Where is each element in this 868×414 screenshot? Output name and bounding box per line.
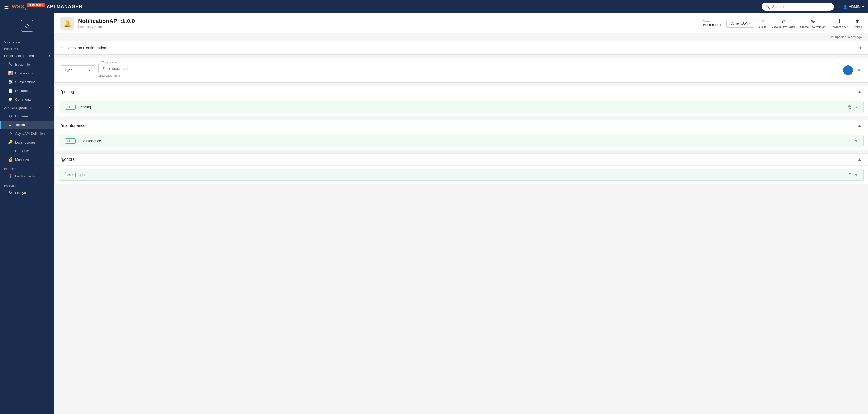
portal-config-header[interactable]: Portal Configurations ▾ [0, 52, 54, 60]
view-dev-icon: ⇗ [781, 18, 785, 24]
api-name: NotificationAPI :1.0.0 [78, 18, 697, 25]
maintenance-row-actions: 🗑 ▾ [848, 139, 857, 143]
api-config-chevron: ▾ [49, 106, 50, 109]
wrench-icon: 🔧 [8, 62, 13, 67]
sidebar-item-documents[interactable]: 📄 Documents [0, 86, 54, 95]
user-label: ADMIN [849, 5, 861, 9]
create-version-button[interactable]: ⊕ Create New Version [800, 18, 826, 28]
publish-label: Publish [0, 180, 54, 188]
sidebar-item-scopes[interactable]: 🔑 Local Scopes [0, 138, 54, 147]
sidebar-logo: ◇ [0, 13, 54, 36]
general-expand-icon[interactable]: ▾ [855, 172, 857, 177]
topic-name-field: Topic Name Enter topic name [98, 63, 839, 77]
sidebar-item-asyncapi[interactable]: ◇ AsyncAPI Definition [0, 129, 54, 138]
general-topic-path: /general [79, 173, 844, 177]
delete-icon: 🗑 [855, 18, 860, 24]
hamburger-menu[interactable]: ☰ [4, 4, 9, 10]
goto-button[interactable]: ↗ Go To [759, 18, 767, 28]
top-nav-icons: ℹ 👤 ADMIN ▾ [838, 4, 864, 9]
general-sub-badge: SUB [65, 172, 76, 177]
subscription-config-chevron: ▾ [860, 45, 862, 50]
delete-button[interactable]: 🗑 Delete [854, 18, 862, 28]
info-icon[interactable]: ℹ [838, 4, 840, 9]
key-icon: 🔑 [8, 140, 13, 144]
download-icon: ⬇ [837, 18, 842, 24]
properties-label: Properties [15, 149, 30, 153]
sidebar-item-basic-info[interactable]: 🔧 Basic Info [0, 60, 54, 69]
overview-label: Overview [0, 36, 54, 44]
deployment-icon: 📍 [8, 174, 13, 178]
view-dev-portal-button[interactable]: ⇗ View in Dev Portal [772, 18, 795, 28]
sidebar-item-deployments[interactable]: 📍 Deployments [0, 172, 54, 180]
topic-hint: Enter topic name [98, 74, 839, 77]
subscription-config-header[interactable]: Subscription Configuration ▾ [55, 41, 868, 55]
delete-label: Delete [854, 25, 862, 28]
download-api-button[interactable]: ⬇ Download API [831, 18, 848, 28]
portal-config-label: Portal Configurations [4, 54, 35, 58]
add-topic-area: Type ▾ Topic Name Enter topic name + ✕ [54, 58, 868, 82]
general-delete-icon[interactable]: 🗑 [848, 172, 852, 177]
sidebar-item-business-info[interactable]: 📊 Business Info [0, 69, 54, 77]
search-input[interactable] [772, 5, 830, 9]
pricing-topic-row: SUB /pricing 🗑 ▾ [59, 101, 864, 113]
user-dropdown-icon: ▾ [862, 5, 864, 9]
subscriptions-label: Subscriptions [15, 80, 35, 84]
sidebar-item-subscriptions[interactable]: 📡 Subscriptions [0, 77, 54, 86]
sidebar-item-lifecycle[interactable]: ↻ Lifecycle [0, 188, 54, 197]
publisher-badge: PUBLISHER [27, 3, 45, 7]
search-bar[interactable]: 🔍 [762, 3, 834, 10]
pricing-topic-path: /pricing [79, 105, 844, 109]
topics-label: Topics [15, 123, 25, 127]
gear-icon: ⚙ [8, 114, 13, 118]
maintenance-delete-icon[interactable]: 🗑 [848, 139, 852, 143]
general-section-header: /general ▲ [55, 153, 868, 166]
app-title: API MANAGER [46, 4, 83, 9]
pricing-sub-badge: SUB [65, 105, 76, 110]
general-path: /general [61, 157, 76, 162]
user-menu[interactable]: 👤 ADMIN ▾ [843, 5, 864, 9]
last-updated: Last updated: a day ago [54, 33, 868, 41]
maintenance-section-header: /maintenance ▲ [55, 120, 868, 132]
maintenance-topic-row: SUB /maintenance 🗑 ▾ [59, 135, 864, 147]
deployments-label: Deployments [15, 174, 35, 178]
api-icon: 🔔 [60, 16, 74, 30]
pricing-section-chevron[interactable]: ▲ [858, 90, 862, 94]
code-icon: ◇ [8, 131, 13, 136]
sidebar-item-properties[interactable]: ≡ Properties [0, 147, 54, 155]
lifecycle-icon: ↻ [8, 190, 13, 195]
maintenance-path: /maintenance [61, 124, 86, 128]
add-topic-button[interactable]: + [843, 65, 853, 75]
pricing-delete-icon[interactable]: 🗑 [848, 105, 852, 109]
clear-topic-button[interactable]: ✕ [857, 67, 862, 73]
logo-wso2-text: WS⊙2 [12, 3, 26, 10]
pricing-row-actions: 🗑 ▾ [848, 105, 857, 110]
document-icon: 📄 [8, 88, 13, 93]
sidebar-item-comments[interactable]: 💬 Comments [0, 95, 54, 104]
current-api-button[interactable]: Current API ▾ [726, 19, 755, 28]
maintenance-topic-path: /maintenance [79, 139, 844, 143]
type-select[interactable]: Type ▾ [61, 65, 94, 75]
pricing-expand-icon[interactable]: ▾ [855, 105, 857, 110]
api-config-header[interactable]: API Configurations ▾ [0, 104, 54, 112]
general-section-chevron[interactable]: ▲ [858, 157, 862, 162]
monetization-label: Monetization [15, 158, 34, 162]
type-label: Type [65, 68, 72, 72]
topic-name-input[interactable] [98, 63, 839, 73]
develop-label: Develop [0, 44, 54, 52]
signal-icon: 📡 [8, 79, 13, 84]
search-icon: 🔍 [765, 4, 770, 9]
maintenance-section-chevron[interactable]: ▲ [858, 124, 862, 128]
header-actions: ↗ Go To ⇗ View in Dev Portal ⊕ Create Ne… [759, 18, 862, 28]
top-navigation: ☰ WS⊙2 PUBLISHER API MANAGER 🔍 ℹ 👤 ADMIN… [0, 0, 868, 13]
sidebar-item-monetization[interactable]: 💰 Monetization [0, 155, 54, 164]
topics-icon: ≡ [8, 123, 13, 127]
maintenance-expand-icon[interactable]: ▾ [855, 139, 857, 143]
sidebar-item-runtime[interactable]: ⚙ Runtime [0, 112, 54, 120]
business-info-label: Business Info [15, 71, 35, 75]
api-logo-icon: ◇ [21, 20, 33, 32]
create-version-label: Create New Version [800, 25, 826, 28]
comment-icon: 💬 [8, 97, 13, 102]
type-chevron-icon: ▾ [89, 68, 90, 72]
sidebar-item-topics[interactable]: ≡ Topics [0, 120, 54, 129]
page-content: Last updated: a day ago Subscription Con… [54, 33, 868, 414]
